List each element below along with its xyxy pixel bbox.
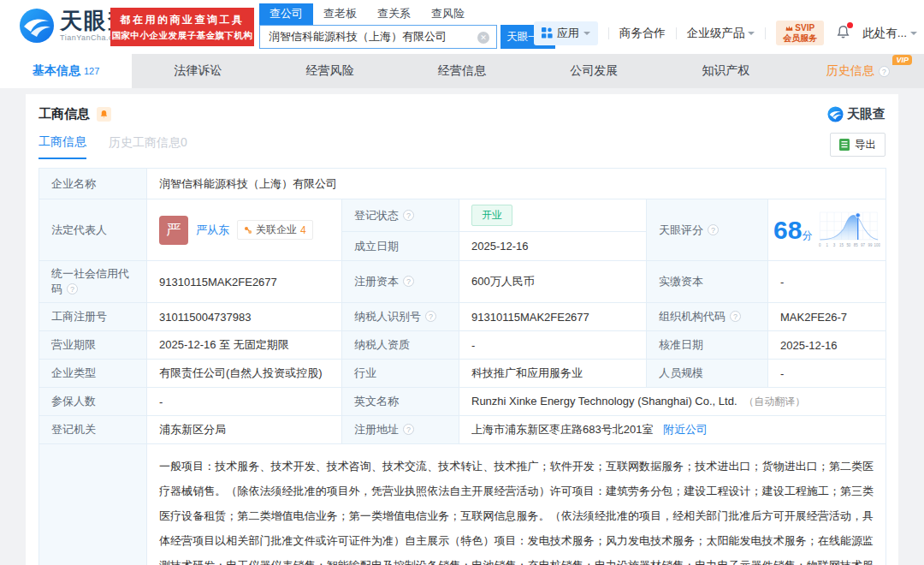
- help-icon[interactable]: [67, 283, 78, 294]
- nav-tab-legal[interactable]: 法律诉讼: [132, 54, 264, 88]
- section-title: 工商信息: [38, 106, 90, 122]
- nav-tab-development[interactable]: 公司发展: [528, 54, 660, 88]
- nav-tab-label: 经营信息: [438, 63, 486, 79]
- business-info-card: 工商信息 天眼查 工商信息 历史工商信息0: [26, 94, 898, 565]
- nav-tab-ip[interactable]: 知识产权: [660, 54, 791, 88]
- nav-tab-operating-info[interactable]: 经营信息: [396, 54, 528, 88]
- svip-sublabel: 会员服务: [783, 33, 817, 44]
- export-excel-icon: [839, 139, 850, 151]
- company-type-value: 有限责任公司(自然人投资或控股): [147, 360, 342, 388]
- paid-capital-value: -: [768, 261, 886, 303]
- taxpayer-id-value: 91310115MAK2FE2677: [459, 303, 647, 331]
- approve-date-value: 2025-12-16: [768, 331, 886, 360]
- term-value: 2025-12-16 至 无固定期限: [147, 331, 342, 360]
- promo-line-1: 都在用的商业查询工具: [121, 13, 245, 27]
- credit-code-value: 91310115MAK2FE2677: [147, 261, 342, 303]
- related-count: 4: [300, 224, 306, 236]
- crown-icon: [785, 25, 793, 32]
- industry-value: 科技推广和应用服务业: [459, 360, 647, 388]
- svg-text:100: 100: [874, 243, 880, 247]
- export-button[interactable]: 导出: [830, 133, 886, 157]
- search-tab-risk[interactable]: 查风险: [421, 3, 475, 25]
- legal-rep-name-link[interactable]: 严从东: [196, 223, 229, 238]
- score-unit: 分: [802, 229, 812, 241]
- nav-tab-operating-risk[interactable]: 经营风险: [264, 54, 396, 88]
- watermark-text: 天眼查: [847, 106, 886, 122]
- svg-text:97: 97: [861, 243, 865, 247]
- reg-no-value: 310115004737983: [147, 303, 342, 331]
- search-input[interactable]: [260, 26, 496, 48]
- authority-label: 登记机关: [39, 416, 147, 444]
- approve-date-label: 核准日期: [647, 331, 768, 360]
- monitor-bell-icon[interactable]: [97, 107, 111, 122]
- term-label: 营业期限: [39, 331, 147, 360]
- search-tab-company[interactable]: 查公司: [259, 3, 313, 25]
- legal-rep-avatar[interactable]: 严: [159, 216, 188, 245]
- credit-code-label: 统一社会信用代码: [51, 267, 129, 295]
- score-value: 68分: [773, 217, 812, 243]
- business-info-table: 企业名称 润智信科能源科技（上海）有限公司 法定代表人 严 严从东 关联企业: [38, 168, 886, 565]
- related-label: 关联企业: [256, 223, 297, 237]
- subtab-history-info[interactable]: 历史工商信息0: [109, 135, 187, 158]
- address-label: 注册地址: [354, 423, 399, 436]
- table-row: 统一社会信用代码 91310115MAK2FE2677 注册资本 600万人民币…: [39, 261, 886, 303]
- subtab-business-info[interactable]: 工商信息: [38, 134, 86, 159]
- help-icon[interactable]: [730, 311, 741, 322]
- export-label: 导出: [855, 138, 876, 152]
- menu-cooperation[interactable]: 商务合作: [619, 26, 666, 41]
- clear-search-icon[interactable]: [477, 32, 489, 44]
- menu-enterprise[interactable]: 企业级产品: [687, 26, 755, 41]
- svip-member-badge[interactable]: SVIP 会员服务: [776, 21, 824, 45]
- table-row: 参保人数 - 英文名称 Runzhi Xinke Energy Technolo…: [39, 388, 886, 416]
- staff-size-label: 人员规模: [647, 360, 768, 388]
- english-name-label: 英文名称: [342, 388, 459, 416]
- score-label-cell: 天眼评分: [647, 199, 768, 261]
- nav-tab-label: 经营风险: [306, 63, 354, 79]
- nav-tab-label: 历史信息: [826, 63, 874, 79]
- taxpayer-id-label: 纳税人识别号: [354, 310, 421, 323]
- address-label-cell: 注册地址: [342, 416, 459, 444]
- help-icon[interactable]: [403, 276, 414, 287]
- account-menu[interactable]: 此处有...: [862, 26, 917, 41]
- nav-tab-label: 基本信息: [33, 63, 80, 79]
- help-icon[interactable]: [879, 66, 890, 77]
- insured-label: 参保人数: [39, 388, 147, 416]
- help-icon[interactable]: [403, 210, 414, 221]
- table-row: 法定代表人 严 严从东 关联企业 4: [39, 199, 886, 232]
- address-cell: 上海市浦东新区枣庄路683号北201室 附近公司: [459, 416, 886, 444]
- apps-grid-icon: [542, 27, 553, 39]
- notification-dot: [847, 22, 853, 28]
- help-icon[interactable]: [403, 424, 414, 435]
- notifications-bell[interactable]: [836, 25, 850, 42]
- nav-tab-basic-info[interactable]: 基本信息 127: [0, 54, 132, 88]
- insured-value: -: [147, 388, 342, 416]
- english-name-cell: Runzhi Xinke Energy Technology (Shanghai…: [459, 388, 886, 416]
- legal-rep-cell: 严 严从东 关联企业 4: [147, 199, 342, 261]
- svg-text:85: 85: [854, 243, 858, 247]
- search-tabs: 查公司 查老板 查关系 查风险: [259, 6, 555, 25]
- svg-text:15: 15: [839, 243, 844, 247]
- divider: [765, 27, 766, 39]
- svg-text:50: 50: [847, 243, 851, 247]
- est-date-value: 2025-12-16: [459, 232, 647, 261]
- apps-menu[interactable]: 应用: [534, 21, 598, 45]
- chevron-down-icon: [748, 32, 755, 39]
- search-tab-boss[interactable]: 查老板: [313, 3, 367, 25]
- enterprise-label: 企业级产品: [687, 26, 745, 41]
- divider: [608, 27, 609, 39]
- watermark-logo: 天眼查: [827, 106, 886, 122]
- nav-tab-history[interactable]: 历史信息 VIP: [792, 54, 924, 88]
- top-menu: 应用 商务合作 企业级产品 SVIP 会员服务: [534, 21, 917, 45]
- help-icon[interactable]: [425, 311, 436, 322]
- auto-translate-note: （自动翻译）: [743, 396, 805, 407]
- reg-status-label: 登记状态: [354, 209, 399, 222]
- nearby-companies-link[interactable]: 附近公司: [663, 423, 708, 436]
- account-label: 此处有...: [862, 26, 907, 41]
- help-icon[interactable]: [708, 224, 719, 235]
- search-tab-relation[interactable]: 查关系: [367, 3, 421, 25]
- related-companies-badge[interactable]: 关联企业 4: [237, 220, 313, 240]
- status-badge: 开业: [471, 205, 512, 226]
- nav-tab-count: 127: [84, 66, 99, 76]
- english-name-value: Runzhi Xinke Energy Technology (Shanghai…: [471, 395, 737, 407]
- nav-tab-label: 公司发展: [570, 63, 618, 79]
